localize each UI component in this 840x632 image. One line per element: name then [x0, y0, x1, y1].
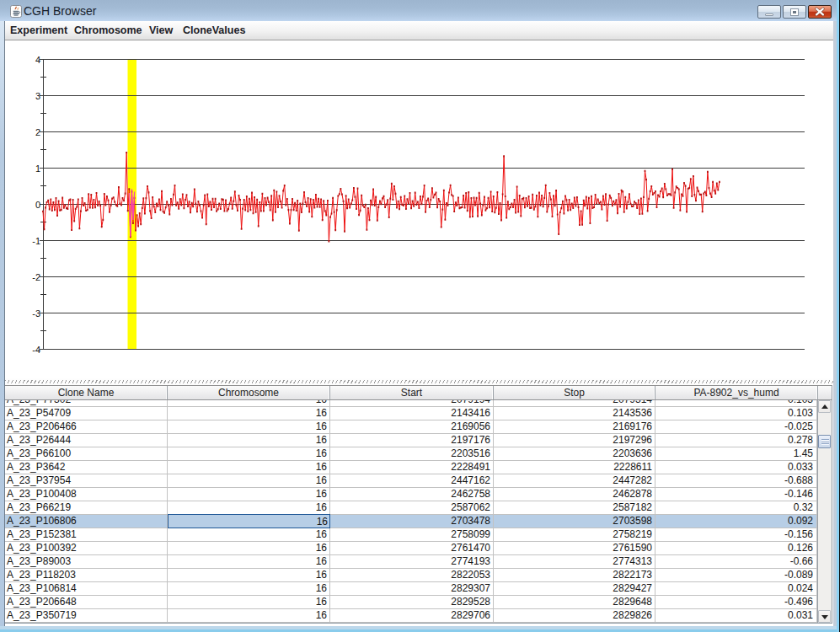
- svg-text:-2: -2: [32, 272, 40, 282]
- svg-text:4: 4: [35, 55, 40, 65]
- svg-text:0: 0: [35, 200, 40, 210]
- svg-text:-1: -1: [32, 236, 40, 246]
- svg-text:-4: -4: [32, 345, 40, 355]
- svg-text:2: 2: [35, 127, 40, 137]
- svg-text:-3: -3: [32, 308, 40, 319]
- svg-text:3: 3: [35, 91, 40, 101]
- svg-text:1: 1: [35, 163, 40, 174]
